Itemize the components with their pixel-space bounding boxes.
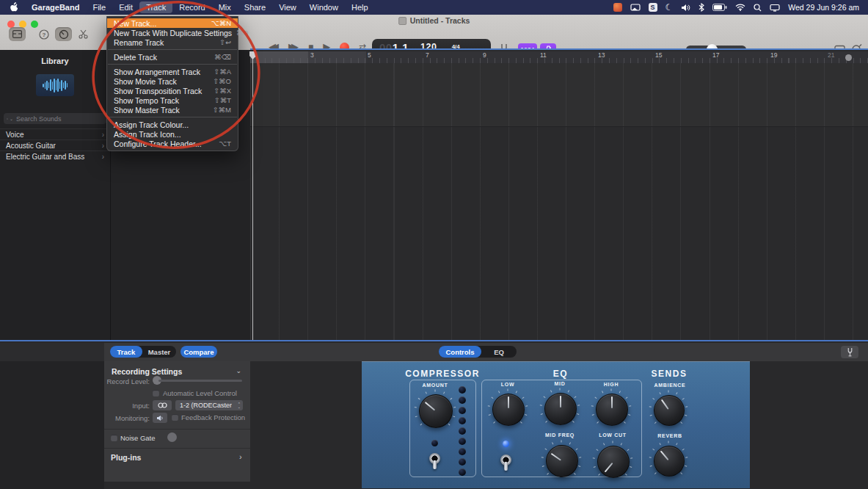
project-end-marker[interactable] — [845, 54, 852, 61]
speaker-icon — [156, 415, 164, 421]
volume-icon[interactable] — [681, 4, 690, 12]
chevron-down-icon[interactable]: ⌄ — [236, 367, 241, 374]
apple-menu[interactable] — [7, 1, 25, 13]
gain-reduction-led — [459, 427, 466, 435]
plugins-chevron-icon[interactable]: › — [239, 452, 242, 461]
quick-help-button[interactable]: ? — [37, 27, 51, 41]
library-item-label: Acoustic Guitar — [6, 142, 56, 150]
battery-icon[interactable] — [712, 4, 727, 11]
menu-item-label: Assign Track Icon... — [114, 130, 227, 139]
menu-item-new-track-duplicate[interactable]: New Track With Duplicate Settings ⌘D — [107, 28, 238, 37]
mid-freq-knob[interactable] — [546, 445, 578, 477]
panel-header-left — [0, 343, 104, 361]
wifi-icon[interactable] — [735, 4, 745, 11]
menu-item-shortcut: ⇧⌘O — [213, 77, 231, 85]
tab-eq[interactable]: EQ — [481, 346, 517, 358]
tab-controls[interactable]: Controls — [439, 346, 481, 358]
focus-moon-icon[interactable]: ☾ — [665, 2, 674, 12]
help-icon: ? — [39, 29, 49, 40]
menu-item-new-track[interactable]: New Track... ⌥⌘N — [107, 18, 238, 28]
stereo-icon — [158, 402, 167, 408]
menubar-item-garageband[interactable]: GarageBand — [25, 1, 86, 13]
shield-app-icon[interactable]: S — [649, 3, 657, 12]
compressor-amount-knob[interactable] — [419, 394, 453, 428]
tab-master[interactable]: Master — [142, 346, 176, 358]
eq-high-knob[interactable] — [596, 394, 628, 426]
library-category-list: Voice › Acoustic Guitar › Electric Guita… — [0, 128, 110, 162]
mid-freq-label: MID FREQ — [530, 432, 589, 438]
gain-reduction-led — [459, 458, 466, 466]
eq-high-label: HIGH — [582, 382, 641, 387]
menu-item-delete-track[interactable]: Delete Track ⌘⌫ — [107, 52, 238, 62]
menu-item-assign-track-colour[interactable]: Assign Track Colour... — [107, 120, 238, 129]
menubar-item-record[interactable]: Record — [172, 1, 211, 13]
menu-item-configure-track-header[interactable]: Configure Track Header... ⌥T — [107, 139, 238, 148]
window-title: Untitled - Tracks — [398, 16, 470, 25]
recording-settings-title[interactable]: Recording Settings — [112, 367, 182, 376]
menu-item-label: Delete Track — [114, 53, 210, 62]
eq-mid-knob[interactable] — [544, 393, 577, 425]
tab-track[interactable]: Track — [110, 346, 142, 358]
plugins-label[interactable]: Plug-ins — [111, 453, 141, 462]
compare-button[interactable]: Compare — [180, 346, 217, 358]
menu-item-show-movie-track[interactable]: Show Movie Track ⇧⌘O — [107, 76, 238, 86]
gain-reduction-led — [459, 407, 466, 414]
garageband-screen: GarageBand File Edit Track Record Mix Sh… — [0, 0, 868, 489]
library-toggle-button[interactable] — [9, 27, 26, 41]
menu-item-show-master-track[interactable]: Show Master Track ⇧⌘M — [107, 105, 238, 115]
monitoring-button[interactable] — [153, 413, 167, 423]
library-item-voice[interactable]: Voice › — [0, 128, 110, 140]
ambience-knob[interactable] — [654, 395, 685, 426]
eq-low-knob[interactable] — [492, 394, 525, 426]
track-lane-1[interactable] — [250, 63, 868, 127]
noise-gate-checkbox[interactable] — [111, 435, 117, 441]
menubar-item-file[interactable]: File — [86, 1, 112, 13]
library-icon — [12, 30, 22, 38]
menu-item-show-tempo-track[interactable]: Show Tempo Track ⇧⌘T — [107, 95, 238, 105]
menubar-clock[interactable]: Wed 29 Jun 9:26 am — [788, 3, 859, 12]
menubar-item-view[interactable]: View — [272, 1, 303, 13]
menubar-item-share[interactable]: Share — [238, 1, 272, 13]
low-cut-label: LOW CUT — [583, 432, 642, 438]
record-level-slider[interactable] — [158, 380, 242, 382]
scissors-icon — [79, 29, 88, 39]
menu-item-assign-track-icon[interactable]: Assign Track Icon... — [107, 129, 238, 139]
auto-level-checkbox[interactable] — [153, 390, 159, 396]
menu-divider — [108, 49, 237, 50]
playhead[interactable] — [252, 51, 253, 340]
library-item-electric-guitar-bass[interactable]: Electric Guitar and Bass › — [0, 151, 110, 162]
noise-gate-knob[interactable] — [167, 432, 177, 442]
menu-item-label: Show Tempo Track — [114, 96, 210, 105]
menubar-item-mix[interactable]: Mix — [212, 1, 238, 13]
display-icon[interactable] — [770, 4, 780, 12]
monitoring-label: Monitoring: — [104, 414, 150, 422]
editors-button[interactable] — [76, 27, 90, 41]
menubar-item-window[interactable]: Window — [303, 1, 345, 13]
menubar-item-track[interactable]: Track — [139, 1, 172, 13]
menubar-item-help[interactable]: Help — [345, 1, 375, 13]
bluetooth-icon[interactable] — [699, 3, 704, 12]
search-sounds-input[interactable] — [15, 115, 103, 123]
input-format-button[interactable] — [153, 400, 172, 410]
timeline-ruler[interactable]: 1 3 5 7 9 11 13 15 17 19 21 — [250, 51, 868, 63]
menu-item-show-transposition-track[interactable]: Show Transposition Track ⇧⌘X — [107, 86, 238, 95]
reverb-knob[interactable] — [654, 446, 685, 477]
low-cut-knob[interactable] — [597, 446, 630, 478]
track-lanes[interactable] — [250, 63, 868, 340]
zoom-window-button[interactable] — [31, 21, 38, 28]
input-source-dropdown[interactable]: 1-2 (RODECaster ⌃⌄ — [175, 400, 243, 410]
search-sounds-field[interactable]: ⌄ — [4, 113, 106, 124]
smart-controls-button[interactable] — [55, 27, 72, 41]
ruler-ticks — [250, 58, 868, 63]
menu-item-rename-track[interactable]: Rename Track ⇧↩ — [107, 37, 238, 47]
search-scope-chevron-icon[interactable]: ⌄ — [10, 116, 13, 121]
feedback-protection-checkbox[interactable] — [172, 414, 178, 421]
screen-mirroring-icon[interactable] — [630, 4, 641, 12]
spotlight-search-icon[interactable] — [754, 4, 762, 12]
menu-item-show-arrangement-track[interactable]: Show Arrangement Track ⇧⌘A — [107, 67, 238, 76]
menubar-item-edit[interactable]: Edit — [112, 1, 139, 13]
patch-waveform-thumbnail — [36, 74, 74, 96]
master-tuning-button[interactable] — [841, 346, 858, 358]
library-item-acoustic-guitar[interactable]: Acoustic Guitar › — [0, 140, 110, 151]
status-app-icon[interactable] — [613, 3, 622, 12]
